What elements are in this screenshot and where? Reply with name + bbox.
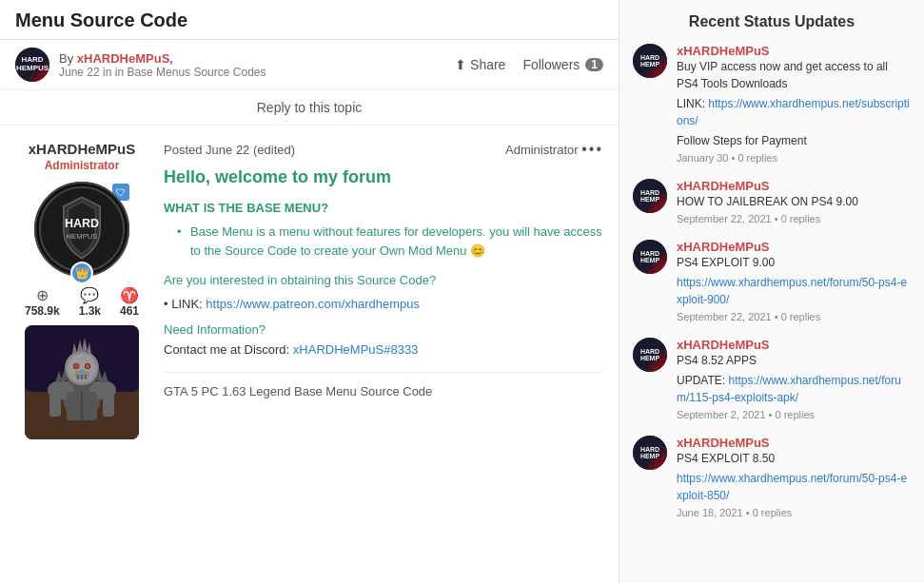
author-stats: ⊕ 758.9k 💬 1.3k ♈ 461 (15, 286, 148, 318)
portrait-svg (25, 325, 139, 439)
status-meta-0: January 30 • 0 replies (677, 152, 911, 164)
post-date-small: June 22 (59, 66, 100, 79)
status-update-item-0: HARDHEMP xHARDHeMPuS Buy VIP access now … (633, 44, 911, 164)
svg-text:HARD: HARD (65, 217, 99, 230)
avatar-image: HARDHEMPUS (15, 48, 49, 82)
link-label: • (164, 297, 171, 311)
message-icon: 💬 (79, 286, 101, 304)
status-meta-3: September 2, 2021 • 0 replies (677, 409, 911, 420)
share-button[interactable]: ⬆ Share (447, 53, 513, 76)
svg-point-17 (86, 364, 89, 368)
post-header-avatar: HARDHEMPUS (15, 48, 49, 82)
post-link-line: • LINK: https://www.patreon.com/xhardhem… (164, 297, 603, 311)
status-text-0: Buy VIP access now and get access to all… (677, 58, 911, 92)
status-avatar-3: HARDHEMP (633, 338, 667, 372)
status-update-item-2: HARDHEMP xHARDHeMPuS PS4 EXPLOIT 9.00 ht… (633, 240, 911, 322)
svg-point-16 (74, 364, 78, 368)
sidebar-title: Recent Status Updates (633, 13, 911, 30)
followers-section: Followers 1 (522, 57, 603, 72)
share-label: Share (470, 57, 505, 72)
followers-count: 1 (585, 58, 603, 71)
svg-rect-31 (103, 390, 114, 417)
status-update-item-3: HARDHEMP xHARDHeMPuS PS4 8.52 APPS UPDAT… (633, 338, 911, 420)
author-sidebar: xHARDHeMPuS Administrator 🛡 HARD (15, 141, 148, 439)
svg-text:HEMPUS: HEMPUS (67, 232, 98, 241)
list-item: Base Menu is a menu without features for… (177, 223, 603, 260)
status-text-4: PS4 EXPLOIT 8.50 (677, 450, 911, 467)
status-author-3[interactable]: xHARDHeMPuS (677, 338, 911, 352)
author-role: Administrator (15, 159, 148, 172)
status-text-3: PS4 8.52 APPS (677, 352, 911, 369)
author-name-display[interactable]: xHARDHeMPuS (15, 141, 148, 157)
post-actions-right: ⬆ Share Followers 1 (447, 53, 603, 76)
post-header-author[interactable]: xHARDHeMPuS, (77, 51, 173, 66)
stat-1-value: 758.9k (25, 304, 60, 318)
status-meta-1: September 22, 2021 • 0 replies (677, 213, 911, 224)
post-section-label: WHAT IS THE BASE MENU? (164, 201, 603, 215)
by-label: By (59, 51, 77, 66)
status-content-2: xHARDHeMPuS PS4 EXPLOIT 9.00 https://www… (677, 240, 911, 322)
status-avatar-0: HARDHEMP (633, 44, 667, 78)
author-avatar-large: 🛡 HARD HEMPUS 👑 (34, 182, 129, 277)
status-text-2: PS4 EXPLOIT 9.00 (677, 254, 911, 271)
status-content-0: xHARDHeMPuS Buy VIP access now and get a… (677, 44, 911, 164)
link-label-text: LINK: (171, 297, 203, 311)
post-body: Posted June 22 (edited) Administrator ••… (164, 141, 603, 439)
status-author-4[interactable]: xHARDHeMPuS (677, 436, 911, 450)
more-options-button[interactable]: ••• (581, 141, 603, 157)
crown-badge: 👑 (70, 262, 93, 284)
status-link-0[interactable]: https://www.xhardhempus.net/subscription… (677, 97, 910, 127)
right-sidebar: Recent Status Updates HARDHEMP xHARDHeMP… (619, 0, 924, 583)
post-discord: Contact me at Discord: xHARDHeMPuS#8333 (164, 342, 603, 357)
plus-icon: ⊕ (25, 286, 60, 304)
reply-link[interactable]: Reply to this topic (257, 100, 363, 115)
stat-3-value: 461 (120, 304, 139, 318)
post-footer-title: GTA 5 PC 1.63 Legend Base Menu Source Co… (164, 372, 603, 398)
post-role-badge: Administrator ••• (505, 141, 603, 158)
patreon-link[interactable]: https://www.patreon.com/xhardhempus (206, 297, 420, 311)
stat-2-value: 1.3k (79, 304, 101, 318)
status-author-0[interactable]: xHARDHeMPuS (677, 44, 911, 58)
status-meta-2: September 22, 2021 • 0 replies (677, 311, 911, 322)
status-link-4[interactable]: https://www.xhardhempus.net/forum/50-ps4… (677, 472, 907, 502)
status-author-1[interactable]: xHARDHeMPuS (677, 179, 911, 193)
status-avatar-2: HARDHEMP (633, 240, 667, 274)
discord-name: xHARDHeMPuS#8333 (293, 342, 419, 357)
share-icon: ⬆ (455, 57, 466, 72)
status-link-2[interactable]: https://www.xhardhempus.net/forum/50-ps4… (677, 276, 907, 306)
status-update-item-4: HARDHEMP xHARDHeMPuS PS4 EXPLOIT 8.50 ht… (633, 436, 911, 518)
stat-item-2: 💬 1.3k (79, 286, 101, 318)
post-top-meta: Posted June 22 (edited) Administrator ••… (164, 141, 603, 158)
status-extra-4: https://www.xhardhempus.net/forum/50-ps4… (677, 470, 911, 504)
status-extra-0: LINK: https://www.xhardhempus.net/subscr… (677, 95, 911, 129)
page-title: Menu Source Code (15, 10, 603, 31)
author-portrait (25, 325, 139, 439)
status-text-1: HOW TO JAILBREAK ON PS4 9.00 (677, 193, 911, 210)
status-author-2[interactable]: xHARDHeMPuS (677, 240, 911, 254)
reply-bar: Reply to this topic (0, 90, 619, 126)
post-content-area: xHARDHeMPuS Administrator 🛡 HARD (0, 126, 619, 455)
post-location: June 22 in in Base Menus Source Codes (59, 66, 438, 79)
status-content-1: xHARDHeMPuS HOW TO JAILBREAK ON PS4 9.00… (677, 179, 911, 224)
post-question: Are you interested in obtaining this Sou… (164, 273, 603, 287)
stat-item-1: ⊕ 758.9k (25, 286, 60, 318)
post-greeting: Hello, welcome to my forum (164, 167, 603, 187)
status-avatar-1: HARDHEMP (633, 179, 667, 213)
status-link-3[interactable]: https://www.xhardhempus.net/forum/115-ps… (677, 374, 901, 404)
post-in: in (103, 66, 115, 79)
followers-label: Followers (522, 57, 580, 72)
post-header-bar: HARDHEMPUS By xHARDHeMPuS, June 22 in in… (0, 40, 619, 90)
page-title-bar: Menu Source Code (0, 0, 619, 40)
status-extra-2: https://www.xhardhempus.net/forum/50-ps4… (677, 274, 911, 308)
status-follow-0: Follow Steps for Payment (677, 132, 911, 149)
status-content-4: xHARDHeMPuS PS4 EXPLOIT 8.50 https://www… (677, 436, 911, 518)
post-location-name: in Base Menus Source Codes (115, 66, 266, 79)
post-bullet-list: Base Menu is a menu without features for… (177, 223, 603, 260)
post-meta-info: By xHARDHeMPuS, June 22 in in Base Menus… (59, 51, 438, 79)
stat-item-3: ♈ 461 (120, 286, 139, 318)
status-update-item-1: HARDHEMP xHARDHeMPuS HOW TO JAILBREAK ON… (633, 179, 911, 224)
status-avatar-4: HARDHEMP (633, 436, 667, 470)
react-icon: ♈ (120, 286, 139, 304)
status-meta-4: June 18, 2021 • 0 replies (677, 507, 911, 518)
post-date: Posted June 22 (edited) (164, 143, 295, 157)
